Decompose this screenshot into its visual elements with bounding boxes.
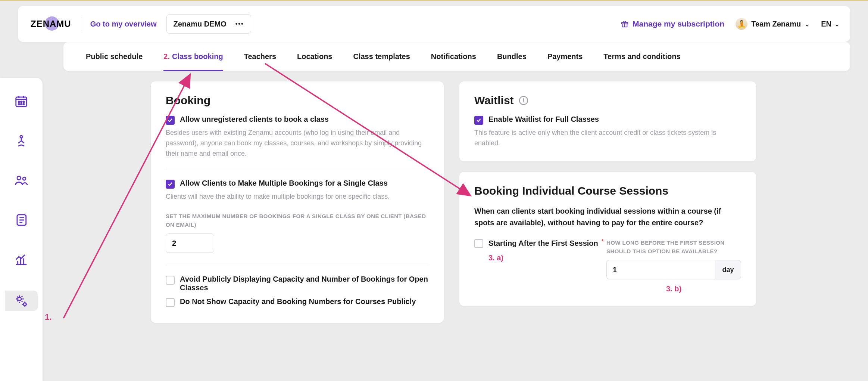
gift-icon <box>621 20 629 28</box>
duration-unit: day <box>715 260 741 279</box>
option-allow-multiple[interactable]: Allow Clients to Make Multiple Bookings … <box>166 179 429 189</box>
option-description: Clients will have the ability to make mu… <box>166 192 429 202</box>
yoga-icon <box>14 134 28 148</box>
svg-point-3 <box>18 101 19 102</box>
tab-notifications[interactable]: Notifications <box>431 42 476 71</box>
option-avoid-course-capacity[interactable]: Do Not Show Capacity and Booking Numbers… <box>166 297 429 307</box>
booking-title: Booking <box>166 94 429 107</box>
calendar-icon <box>14 94 28 108</box>
tab-teachers[interactable]: Teachers <box>244 42 276 71</box>
duration-input[interactable] <box>606 260 715 279</box>
tab-terms[interactable]: Terms and conditions <box>603 42 680 71</box>
max-bookings-label: SET THE MAXIMUM NUMBER OF BOOKINGS FOR A… <box>166 212 429 229</box>
booking-panel: Booking Allow unregistered clients to bo… <box>151 81 444 323</box>
logo: ZENAMU <box>28 18 74 30</box>
team-label: Team Zenamu <box>751 20 801 28</box>
notes-icon <box>14 213 28 227</box>
course-sessions-title: Booking Individual Course Sessions <box>474 185 741 197</box>
tab-locations[interactable]: Locations <box>297 42 332 71</box>
annotation-step-2: 2. <box>163 52 170 61</box>
right-column: Waitlist i Enable Waitlist for Full Clas… <box>459 81 756 323</box>
how-long-label: HOW LONG BEFORE THE FIRST SESSION SHOULD… <box>606 238 741 256</box>
sidebar-item-settings[interactable] <box>5 291 38 311</box>
more-icon[interactable]: ••• <box>235 21 244 27</box>
svg-point-7 <box>21 103 22 105</box>
waitlist-title: Waitlist i <box>474 94 741 107</box>
language-label: EN <box>821 20 831 28</box>
course-sessions-panel: Booking Individual Course Sessions When … <box>459 172 756 306</box>
option-avoid-capacity[interactable]: Avoid Publicly Displaying Capacity and N… <box>166 275 429 292</box>
required-indicator: * <box>601 238 604 246</box>
tab-payments[interactable]: Payments <box>547 42 583 71</box>
annotation-step-3b: 3. b) <box>606 285 741 293</box>
tab-class-booking-label: Class booking <box>172 52 223 61</box>
waitlist-title-text: Waitlist <box>474 94 514 107</box>
sidebar-item-notes[interactable] <box>0 211 43 229</box>
checkbox[interactable] <box>474 239 483 248</box>
max-bookings-input[interactable] <box>166 233 214 253</box>
people-icon <box>14 173 28 188</box>
option-label: Allow Clients to Make Multiple Bookings … <box>180 179 388 188</box>
tabs-bar: Public schedule 2. Class booking Teacher… <box>63 42 850 71</box>
svg-point-13 <box>24 303 26 306</box>
tab-class-booking[interactable]: 2. Class booking <box>163 42 223 71</box>
sidebar-item-people[interactable] <box>0 172 43 189</box>
subscription-label: Manage my subscription <box>633 19 724 28</box>
option-label: Enable Waitlist for Full Classes <box>488 115 599 124</box>
divider <box>166 265 429 265</box>
svg-point-5 <box>23 101 24 102</box>
team-select[interactable]: 🧘 Team Zenamu <box>736 18 810 30</box>
annotation-step-3a: 3. a) <box>488 254 598 262</box>
sidebar-item-yoga[interactable] <box>0 132 43 149</box>
chevron-down-icon <box>805 21 810 27</box>
manage-subscription-link[interactable]: Manage my subscription <box>621 19 724 28</box>
sidebar <box>0 78 43 381</box>
option-start-after-first[interactable]: Starting After the First Session 3. a) <box>474 238 599 262</box>
duration-input-group: day <box>606 260 741 279</box>
svg-point-8 <box>23 103 24 105</box>
workspace-label: Zenamu DEMO <box>174 20 227 28</box>
avatar: 🧘 <box>736 18 747 30</box>
language-select[interactable]: EN <box>821 20 840 28</box>
tab-bundles[interactable]: Bundles <box>497 42 527 71</box>
info-icon[interactable]: i <box>519 96 528 105</box>
option-label: Allow unregistered clients to book a cla… <box>180 115 329 124</box>
workspace-select[interactable]: Zenamu DEMO ••• <box>166 14 251 34</box>
chevron-down-icon <box>834 21 840 27</box>
chart-icon <box>14 253 28 267</box>
option-label: Avoid Publicly Displaying Capacity and N… <box>180 275 429 292</box>
svg-point-4 <box>21 101 22 102</box>
svg-point-9 <box>20 136 22 138</box>
header: ZENAMU Go to my overview Zenamu DEMO •••… <box>18 6 850 42</box>
divider <box>166 169 429 169</box>
sidebar-item-calendar[interactable] <box>0 93 43 110</box>
waitlist-description: This feature is active only when the cli… <box>474 128 741 149</box>
sidebar-item-analytics[interactable] <box>0 251 43 268</box>
tab-class-templates[interactable]: Class templates <box>353 42 410 71</box>
option-label: Starting After the First Session <box>488 238 598 248</box>
checkbox[interactable] <box>166 116 175 125</box>
gears-icon <box>14 294 28 308</box>
course-sessions-description: When can clients start booking individua… <box>474 205 741 229</box>
content-area: Booking Allow unregistered clients to bo… <box>151 81 756 323</box>
divider <box>82 17 82 31</box>
checkbox[interactable] <box>166 276 175 285</box>
tab-public-schedule[interactable]: Public schedule <box>86 42 143 71</box>
svg-point-6 <box>18 103 19 105</box>
option-enable-waitlist[interactable]: Enable Waitlist for Full Classes <box>474 115 741 125</box>
option-allow-unregistered[interactable]: Allow unregistered clients to book a cla… <box>166 115 429 125</box>
svg-point-11 <box>23 177 26 180</box>
overview-link[interactable]: Go to my overview <box>90 20 157 28</box>
option-label: Do Not Show Capacity and Booking Numbers… <box>180 297 416 306</box>
checkbox[interactable] <box>166 298 175 307</box>
svg-point-10 <box>17 176 21 180</box>
waitlist-panel: Waitlist i Enable Waitlist for Full Clas… <box>459 81 756 161</box>
annotation-step-1: 1. <box>45 312 51 322</box>
svg-point-12 <box>18 297 22 301</box>
checkbox[interactable] <box>166 180 175 189</box>
checkbox[interactable] <box>474 116 483 125</box>
option-description: Besides users with existing Zenamu accou… <box>166 128 429 159</box>
